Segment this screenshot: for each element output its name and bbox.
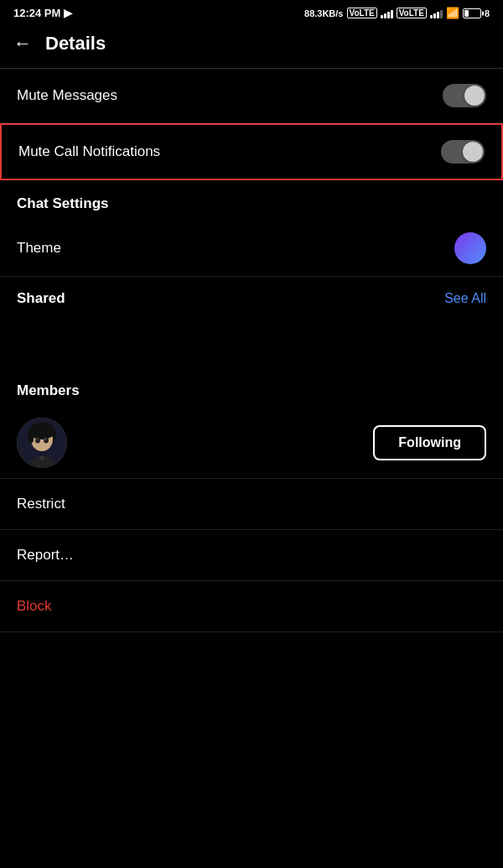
restrict-label: Restrict xyxy=(17,496,65,512)
svg-point-6 xyxy=(35,438,40,444)
mute-call-highlighted-border: Mute Call Notifications xyxy=(0,123,503,180)
svg-point-8 xyxy=(36,439,38,440)
restrict-row[interactable]: Restrict xyxy=(0,479,503,530)
signal-icon-1 xyxy=(381,8,393,18)
status-left: 12:24 PM ▶ xyxy=(13,7,72,19)
block-label: Block xyxy=(17,598,52,614)
page-title: Details xyxy=(45,33,106,55)
signal-icon-2 xyxy=(430,8,443,18)
following-button[interactable]: Following xyxy=(373,425,486,460)
svg-point-7 xyxy=(44,438,49,444)
chat-settings-header: Chat Settings xyxy=(0,180,503,221)
theme-row[interactable]: Theme xyxy=(0,221,503,276)
svg-rect-4 xyxy=(29,433,34,443)
toggle-knob xyxy=(464,86,485,106)
report-row[interactable]: Report… xyxy=(0,530,503,581)
mute-messages-label: Mute Messages xyxy=(17,87,117,104)
location-icon: ▶ xyxy=(64,7,72,19)
see-all-link[interactable]: See All xyxy=(444,291,486,306)
mute-messages-row[interactable]: Mute Messages xyxy=(0,69,503,123)
page-header: ← Details xyxy=(0,23,503,68)
lte-badge-2: VoLTE xyxy=(397,8,427,18)
wifi-icon: 📶 xyxy=(446,7,459,19)
member-row: Following xyxy=(0,408,503,479)
lte-badge: VoLTE xyxy=(347,8,377,18)
back-button[interactable]: ← xyxy=(13,33,32,55)
block-row[interactable]: Block xyxy=(0,581,503,632)
mute-call-row[interactable]: Mute Call Notifications xyxy=(2,125,501,179)
mute-call-toggle[interactable] xyxy=(441,140,485,164)
mute-messages-toggle[interactable] xyxy=(443,84,486,107)
svg-rect-5 xyxy=(35,431,39,438)
member-left xyxy=(17,418,67,468)
speed-display: 88.3KB/s xyxy=(304,8,343,18)
shared-label: Shared xyxy=(17,290,65,307)
svg-point-9 xyxy=(44,439,46,440)
battery-level: 8 xyxy=(485,8,490,18)
status-bar: 12:24 PM ▶ 88.3KB/s VoLTE VoLTE 📶 8 xyxy=(0,0,503,23)
avatar-svg xyxy=(17,418,67,468)
theme-label: Theme xyxy=(17,240,61,257)
battery-icon xyxy=(463,8,481,18)
theme-color-preview[interactable] xyxy=(454,232,486,264)
status-right: 88.3KB/s VoLTE VoLTE 📶 8 xyxy=(304,7,490,19)
report-label: Report… xyxy=(17,547,74,563)
mute-call-toggle-knob xyxy=(463,142,483,162)
avatar-image xyxy=(17,418,67,468)
members-section: Members xyxy=(0,371,503,479)
shared-row: Shared See All xyxy=(0,276,503,320)
time-display: 12:24 PM xyxy=(13,7,60,19)
mute-call-label: Mute Call Notifications xyxy=(18,143,160,160)
avatar xyxy=(17,418,67,468)
members-header: Members xyxy=(0,371,503,408)
